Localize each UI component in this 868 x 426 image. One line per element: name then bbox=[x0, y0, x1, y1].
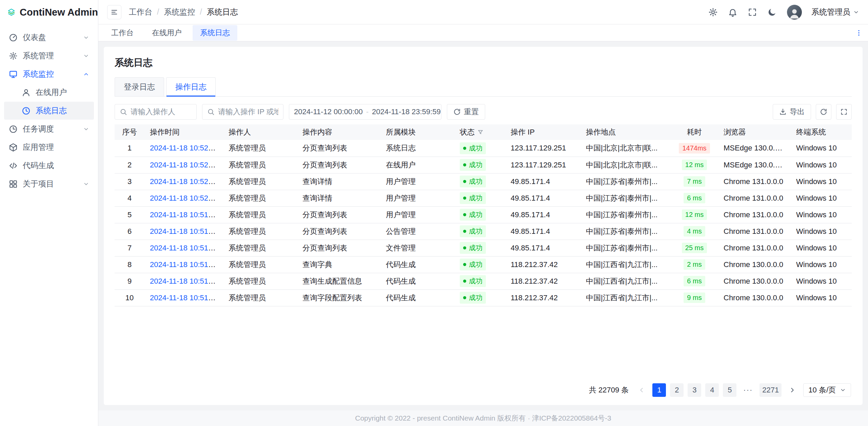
status-dot-icon bbox=[463, 147, 466, 150]
tab-operation-log[interactable]: 操作日志 bbox=[166, 77, 216, 96]
log-time-link[interactable]: 2024-11-18 10:51:52 bbox=[150, 244, 219, 252]
breadcrumb-item[interactable]: 工作台 bbox=[129, 7, 152, 17]
operator-search-field[interactable] bbox=[115, 104, 197, 120]
cell-os: Windows 10 bbox=[791, 289, 852, 306]
cell-module: 用户管理 bbox=[380, 190, 454, 206]
cell-time: 2024-11-18 10:52:47 bbox=[144, 157, 223, 173]
pagination-next-button[interactable] bbox=[786, 383, 799, 397]
sidebar-collapse-button[interactable] bbox=[107, 5, 121, 19]
pagination-page-2[interactable]: 2 bbox=[670, 383, 684, 397]
cell-content: 查询生成配置信息 bbox=[297, 273, 380, 289]
cell-ip: 118.212.37.42 bbox=[505, 256, 580, 273]
cell-browser: Chrome 131.0.0.0 bbox=[718, 173, 791, 190]
sidebar-item-system-monitor[interactable]: 系统监控 bbox=[4, 65, 94, 83]
ip-search-input[interactable] bbox=[218, 107, 278, 116]
log-time-link[interactable]: 2024-11-18 10:51:49 bbox=[150, 293, 219, 302]
cell-ip: 49.85.171.4 bbox=[505, 206, 580, 223]
table-row: 32024-11-18 10:52:12系统管理员查询详情用户管理成功49.85… bbox=[115, 173, 852, 190]
pagination-page-2271[interactable]: 2271 bbox=[760, 383, 782, 397]
sidebar-item-online-users[interactable]: 在线用户 bbox=[4, 83, 94, 101]
sidebar-item-app-management[interactable]: 应用管理 bbox=[4, 138, 94, 156]
sidebar-item-system-log[interactable]: 系统日志 bbox=[4, 102, 94, 120]
log-time-link[interactable]: 2024-11-18 10:51:55 bbox=[150, 210, 219, 219]
cell-ip: 118.212.37.42 bbox=[505, 289, 580, 306]
tab-online-users[interactable]: 在线用户 bbox=[144, 25, 189, 41]
header-actions: 系统管理员 bbox=[708, 5, 859, 20]
sidebar-item-label: 关于项目 bbox=[23, 179, 78, 189]
sidebar-item-system-management[interactable]: 系统管理 bbox=[4, 47, 94, 65]
pagination-page-3[interactable]: 3 bbox=[688, 383, 701, 397]
sidebar-item-code-generation[interactable]: 代码生成 bbox=[4, 157, 94, 175]
log-time-link[interactable]: 2024-11-18 10:51:50 bbox=[150, 260, 219, 269]
refresh-table-button[interactable] bbox=[816, 104, 831, 120]
log-time-link[interactable]: 2024-11-18 10:52:12 bbox=[150, 177, 219, 186]
log-time-link[interactable]: 2024-11-18 10:51:49 bbox=[150, 277, 219, 285]
theme-toggle-button[interactable] bbox=[767, 7, 777, 17]
cell-browser: MSEdge 130.0.0.0 bbox=[718, 140, 791, 157]
sidebar-item-dashboard[interactable]: 仪表盘 bbox=[4, 28, 94, 46]
cell-content: 分页查询列表 bbox=[297, 240, 380, 256]
status-badge: 成功 bbox=[460, 176, 486, 187]
log-time-link[interactable]: 2024-11-18 10:52:05 bbox=[150, 194, 219, 202]
cell-location: 中国|江西省|九江市|... bbox=[580, 289, 671, 306]
page-size-select[interactable]: 10 条/页 bbox=[803, 383, 851, 397]
cell-status: 成功 bbox=[454, 240, 505, 256]
pagination-ellipsis[interactable]: ··· bbox=[741, 383, 755, 397]
sidebar-item-about-project[interactable]: 关于项目 bbox=[4, 175, 94, 193]
status-dot-icon bbox=[463, 163, 466, 166]
bell-icon bbox=[728, 7, 737, 17]
tabs-more-button[interactable] bbox=[855, 29, 863, 37]
cell-index: 2 bbox=[115, 157, 144, 173]
cell-operator: 系统管理员 bbox=[223, 140, 297, 157]
menu-fold-icon bbox=[111, 8, 118, 16]
gear-icon bbox=[708, 7, 718, 17]
tab-workbench[interactable]: 工作台 bbox=[104, 25, 141, 41]
export-button[interactable]: 导出 bbox=[773, 104, 811, 120]
cell-operator: 系统管理员 bbox=[223, 157, 297, 173]
chevron-down-icon bbox=[853, 9, 859, 15]
pagination-page-5[interactable]: 5 bbox=[723, 383, 736, 397]
status-badge: 成功 bbox=[460, 275, 486, 287]
table-toolbar-right: 导出 bbox=[773, 104, 852, 120]
log-time-link[interactable]: 2024-11-18 10:51:53 bbox=[150, 227, 219, 236]
cell-os: Windows 10 bbox=[791, 256, 852, 273]
sidebar-item-task-schedule[interactable]: 任务调度 bbox=[4, 120, 94, 138]
cell-os: Windows 10 bbox=[791, 190, 852, 206]
user-menu[interactable]: 系统管理员 bbox=[811, 7, 859, 17]
duration-badge: 4 ms bbox=[684, 226, 705, 237]
tab-system-log[interactable]: 系统日志 bbox=[193, 25, 237, 41]
log-time-link[interactable]: 2024-11-18 10:52:47 bbox=[150, 161, 219, 169]
ip-search-field[interactable] bbox=[202, 104, 283, 120]
more-vertical-icon bbox=[855, 29, 863, 37]
chevron-down-icon bbox=[83, 53, 89, 59]
table-header-row: 序号 操作时间 操作人 操作内容 所属模块 状态 操作 I bbox=[115, 124, 852, 140]
cell-time: 2024-11-18 10:52:55 bbox=[144, 140, 223, 157]
app-logo[interactable]: ContiNew Admin bbox=[0, 0, 98, 24]
cell-browser: Chrome 131.0.0.0 bbox=[718, 206, 791, 223]
table-fullscreen-button[interactable] bbox=[836, 104, 852, 120]
filter-icon[interactable] bbox=[477, 129, 484, 135]
reset-button[interactable]: 重置 bbox=[447, 104, 485, 120]
cell-os: Windows 10 bbox=[791, 206, 852, 223]
cell-operator: 系统管理员 bbox=[223, 289, 297, 306]
settings-button[interactable] bbox=[708, 7, 718, 17]
breadcrumb-item[interactable]: 系统监控 bbox=[164, 7, 195, 17]
cell-index: 10 bbox=[115, 289, 144, 306]
pagination-total: 共 22709 条 bbox=[589, 385, 629, 395]
avatar[interactable] bbox=[787, 5, 802, 20]
tab-login-log[interactable]: 登录日志 bbox=[115, 77, 164, 96]
page-title: 系统日志 bbox=[115, 56, 852, 69]
pagination-page-1[interactable]: 1 bbox=[652, 383, 666, 397]
pagination-prev-button[interactable] bbox=[635, 383, 648, 397]
cell-os: Windows 10 bbox=[791, 157, 852, 173]
table-row: 62024-11-18 10:51:53系统管理员分页查询列表公告管理成功49.… bbox=[115, 223, 852, 240]
operator-search-input[interactable] bbox=[131, 107, 192, 116]
cell-location: 中国|江苏省|泰州市|... bbox=[580, 190, 671, 206]
cell-status: 成功 bbox=[454, 223, 505, 240]
fullscreen-button[interactable] bbox=[748, 7, 758, 17]
notifications-button[interactable] bbox=[728, 7, 738, 17]
log-time-link[interactable]: 2024-11-18 10:52:55 bbox=[150, 144, 219, 152]
date-range-picker[interactable]: 2024-11-12 00:00:00 - 2024-11-18 23:59:5… bbox=[289, 104, 441, 120]
moon-icon bbox=[767, 7, 777, 17]
pagination-page-4[interactable]: 4 bbox=[705, 383, 719, 397]
